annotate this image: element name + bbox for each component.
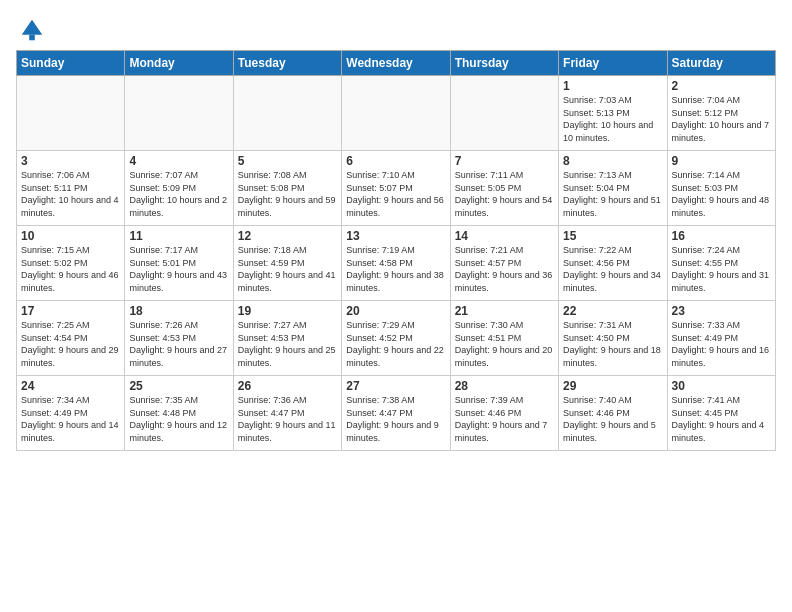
- calendar-cell: [342, 76, 450, 151]
- day-info: Sunrise: 7:22 AM Sunset: 4:56 PM Dayligh…: [563, 244, 662, 294]
- calendar-cell: 7Sunrise: 7:11 AM Sunset: 5:05 PM Daylig…: [450, 151, 558, 226]
- day-info: Sunrise: 7:06 AM Sunset: 5:11 PM Dayligh…: [21, 169, 120, 219]
- day-number: 14: [455, 229, 554, 243]
- day-info: Sunrise: 7:40 AM Sunset: 4:46 PM Dayligh…: [563, 394, 662, 444]
- day-header-sunday: Sunday: [17, 51, 125, 76]
- day-number: 10: [21, 229, 120, 243]
- day-info: Sunrise: 7:34 AM Sunset: 4:49 PM Dayligh…: [21, 394, 120, 444]
- day-info: Sunrise: 7:38 AM Sunset: 4:47 PM Dayligh…: [346, 394, 445, 444]
- day-info: Sunrise: 7:24 AM Sunset: 4:55 PM Dayligh…: [672, 244, 771, 294]
- calendar-cell: 5Sunrise: 7:08 AM Sunset: 5:08 PM Daylig…: [233, 151, 341, 226]
- day-number: 9: [672, 154, 771, 168]
- calendar-week-1: 1Sunrise: 7:03 AM Sunset: 5:13 PM Daylig…: [17, 76, 776, 151]
- day-info: Sunrise: 7:36 AM Sunset: 4:47 PM Dayligh…: [238, 394, 337, 444]
- calendar-cell: 26Sunrise: 7:36 AM Sunset: 4:47 PM Dayli…: [233, 376, 341, 451]
- calendar-cell: 15Sunrise: 7:22 AM Sunset: 4:56 PM Dayli…: [559, 226, 667, 301]
- day-header-tuesday: Tuesday: [233, 51, 341, 76]
- day-number: 21: [455, 304, 554, 318]
- day-number: 20: [346, 304, 445, 318]
- svg-rect-1: [29, 35, 35, 41]
- calendar-cell: [17, 76, 125, 151]
- day-number: 24: [21, 379, 120, 393]
- day-number: 13: [346, 229, 445, 243]
- day-number: 19: [238, 304, 337, 318]
- day-number: 5: [238, 154, 337, 168]
- day-number: 28: [455, 379, 554, 393]
- page-header: [16, 16, 776, 40]
- day-info: Sunrise: 7:30 AM Sunset: 4:51 PM Dayligh…: [455, 319, 554, 369]
- day-number: 27: [346, 379, 445, 393]
- calendar-cell: [125, 76, 233, 151]
- calendar-cell: 4Sunrise: 7:07 AM Sunset: 5:09 PM Daylig…: [125, 151, 233, 226]
- day-number: 6: [346, 154, 445, 168]
- calendar-header: SundayMondayTuesdayWednesdayThursdayFrid…: [17, 51, 776, 76]
- calendar-cell: 14Sunrise: 7:21 AM Sunset: 4:57 PM Dayli…: [450, 226, 558, 301]
- calendar-cell: 17Sunrise: 7:25 AM Sunset: 4:54 PM Dayli…: [17, 301, 125, 376]
- day-info: Sunrise: 7:41 AM Sunset: 4:45 PM Dayligh…: [672, 394, 771, 444]
- calendar-cell: 28Sunrise: 7:39 AM Sunset: 4:46 PM Dayli…: [450, 376, 558, 451]
- day-header-thursday: Thursday: [450, 51, 558, 76]
- day-header-wednesday: Wednesday: [342, 51, 450, 76]
- calendar-cell: 16Sunrise: 7:24 AM Sunset: 4:55 PM Dayli…: [667, 226, 775, 301]
- day-info: Sunrise: 7:13 AM Sunset: 5:04 PM Dayligh…: [563, 169, 662, 219]
- calendar-cell: [450, 76, 558, 151]
- day-number: 2: [672, 79, 771, 93]
- calendar-cell: 24Sunrise: 7:34 AM Sunset: 4:49 PM Dayli…: [17, 376, 125, 451]
- day-number: 3: [21, 154, 120, 168]
- day-info: Sunrise: 7:03 AM Sunset: 5:13 PM Dayligh…: [563, 94, 662, 144]
- calendar-cell: 12Sunrise: 7:18 AM Sunset: 4:59 PM Dayli…: [233, 226, 341, 301]
- day-header-saturday: Saturday: [667, 51, 775, 76]
- day-number: 23: [672, 304, 771, 318]
- day-info: Sunrise: 7:29 AM Sunset: 4:52 PM Dayligh…: [346, 319, 445, 369]
- day-info: Sunrise: 7:17 AM Sunset: 5:01 PM Dayligh…: [129, 244, 228, 294]
- calendar-cell: 25Sunrise: 7:35 AM Sunset: 4:48 PM Dayli…: [125, 376, 233, 451]
- day-info: Sunrise: 7:33 AM Sunset: 4:49 PM Dayligh…: [672, 319, 771, 369]
- calendar-cell: [233, 76, 341, 151]
- logo-icon: [18, 16, 46, 44]
- day-number: 25: [129, 379, 228, 393]
- calendar-cell: 9Sunrise: 7:14 AM Sunset: 5:03 PM Daylig…: [667, 151, 775, 226]
- calendar-cell: 8Sunrise: 7:13 AM Sunset: 5:04 PM Daylig…: [559, 151, 667, 226]
- calendar-cell: 11Sunrise: 7:17 AM Sunset: 5:01 PM Dayli…: [125, 226, 233, 301]
- calendar-cell: 21Sunrise: 7:30 AM Sunset: 4:51 PM Dayli…: [450, 301, 558, 376]
- calendar-cell: 23Sunrise: 7:33 AM Sunset: 4:49 PM Dayli…: [667, 301, 775, 376]
- day-info: Sunrise: 7:21 AM Sunset: 4:57 PM Dayligh…: [455, 244, 554, 294]
- calendar-week-4: 17Sunrise: 7:25 AM Sunset: 4:54 PM Dayli…: [17, 301, 776, 376]
- day-info: Sunrise: 7:11 AM Sunset: 5:05 PM Dayligh…: [455, 169, 554, 219]
- day-number: 8: [563, 154, 662, 168]
- day-number: 18: [129, 304, 228, 318]
- calendar-cell: 10Sunrise: 7:15 AM Sunset: 5:02 PM Dayli…: [17, 226, 125, 301]
- day-number: 15: [563, 229, 662, 243]
- calendar-cell: 22Sunrise: 7:31 AM Sunset: 4:50 PM Dayli…: [559, 301, 667, 376]
- day-number: 11: [129, 229, 228, 243]
- calendar-cell: 20Sunrise: 7:29 AM Sunset: 4:52 PM Dayli…: [342, 301, 450, 376]
- day-number: 12: [238, 229, 337, 243]
- calendar-cell: 1Sunrise: 7:03 AM Sunset: 5:13 PM Daylig…: [559, 76, 667, 151]
- calendar-week-2: 3Sunrise: 7:06 AM Sunset: 5:11 PM Daylig…: [17, 151, 776, 226]
- day-number: 1: [563, 79, 662, 93]
- day-info: Sunrise: 7:07 AM Sunset: 5:09 PM Dayligh…: [129, 169, 228, 219]
- day-number: 17: [21, 304, 120, 318]
- day-info: Sunrise: 7:08 AM Sunset: 5:08 PM Dayligh…: [238, 169, 337, 219]
- calendar-cell: 29Sunrise: 7:40 AM Sunset: 4:46 PM Dayli…: [559, 376, 667, 451]
- day-info: Sunrise: 7:35 AM Sunset: 4:48 PM Dayligh…: [129, 394, 228, 444]
- day-info: Sunrise: 7:39 AM Sunset: 4:46 PM Dayligh…: [455, 394, 554, 444]
- day-info: Sunrise: 7:25 AM Sunset: 4:54 PM Dayligh…: [21, 319, 120, 369]
- svg-marker-0: [22, 20, 43, 35]
- day-number: 4: [129, 154, 228, 168]
- calendar-cell: 18Sunrise: 7:26 AM Sunset: 4:53 PM Dayli…: [125, 301, 233, 376]
- day-info: Sunrise: 7:27 AM Sunset: 4:53 PM Dayligh…: [238, 319, 337, 369]
- day-info: Sunrise: 7:14 AM Sunset: 5:03 PM Dayligh…: [672, 169, 771, 219]
- calendar-week-5: 24Sunrise: 7:34 AM Sunset: 4:49 PM Dayli…: [17, 376, 776, 451]
- day-info: Sunrise: 7:26 AM Sunset: 4:53 PM Dayligh…: [129, 319, 228, 369]
- calendar-cell: 2Sunrise: 7:04 AM Sunset: 5:12 PM Daylig…: [667, 76, 775, 151]
- calendar-table: SundayMondayTuesdayWednesdayThursdayFrid…: [16, 50, 776, 451]
- calendar-cell: 19Sunrise: 7:27 AM Sunset: 4:53 PM Dayli…: [233, 301, 341, 376]
- day-number: 29: [563, 379, 662, 393]
- day-info: Sunrise: 7:19 AM Sunset: 4:58 PM Dayligh…: [346, 244, 445, 294]
- day-info: Sunrise: 7:18 AM Sunset: 4:59 PM Dayligh…: [238, 244, 337, 294]
- logo: [16, 16, 46, 40]
- day-number: 7: [455, 154, 554, 168]
- day-info: Sunrise: 7:31 AM Sunset: 4:50 PM Dayligh…: [563, 319, 662, 369]
- calendar-cell: 27Sunrise: 7:38 AM Sunset: 4:47 PM Dayli…: [342, 376, 450, 451]
